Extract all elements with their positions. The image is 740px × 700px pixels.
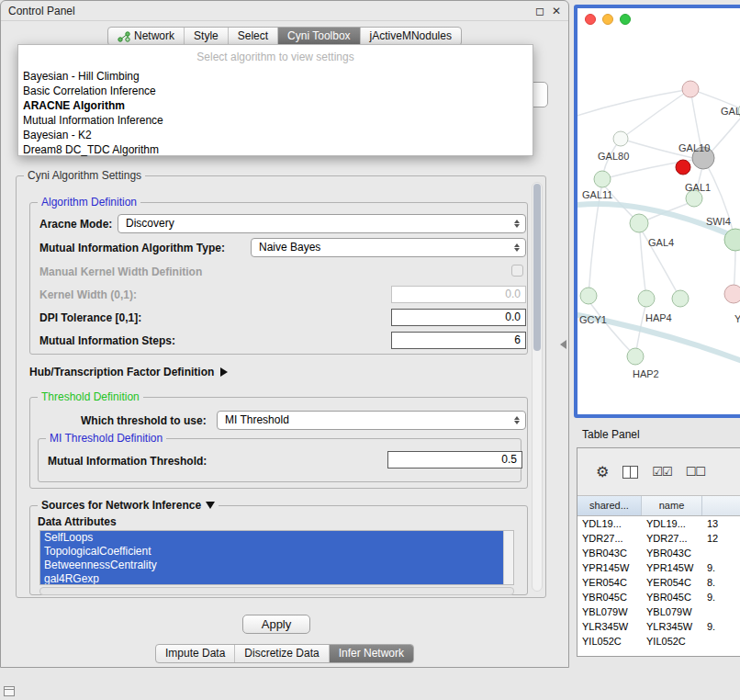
table-cell: YBR045C — [642, 590, 702, 604]
float-window-icon[interactable]: ◻ — [535, 1, 544, 21]
threshold-definition-group: Threshold Definition Which threshold to … — [29, 397, 528, 489]
expand-arrow-icon — [220, 367, 228, 377]
cyni-algorithm-settings-group: Cyni Algorithm Settings Algorithm Defini… — [16, 175, 546, 598]
mi-steps-field[interactable]: 6 — [391, 332, 526, 349]
combobox-value: Discovery — [126, 215, 510, 232]
mi-threshold-label: Mutual Information Threshold: — [48, 455, 207, 468]
node-label-partial: Y — [734, 313, 740, 324]
network-node-gal80[interactable] — [613, 131, 628, 146]
mi-type-combobox[interactable]: Naive Bayes — [251, 238, 526, 257]
dropdown-item[interactable]: Bayesian - Hill Climbing — [18, 69, 533, 84]
table-header: shared... name — [577, 496, 740, 516]
network-node[interactable] — [724, 285, 740, 303]
list-horizontal-scrollbar[interactable] — [39, 587, 514, 595]
dropdown-item[interactable]: Basic Correlation Inference — [18, 84, 533, 98]
control-panel-titlebar: Control Panel ◻ ✕ — [1, 1, 568, 21]
network-node-gal4[interactable] — [630, 214, 648, 232]
list-item[interactable]: gal4RGexp — [40, 572, 513, 585]
combobox-arrows-icon — [510, 220, 523, 228]
dropdown-item[interactable]: Bayesian - K2 — [18, 128, 533, 142]
collapsed-panel-icon[interactable] — [4, 686, 15, 696]
network-node-hap4[interactable] — [638, 290, 655, 307]
table-row[interactable]: YIL052C YIL052C — [577, 634, 740, 649]
dropdown-item-selected[interactable]: ARACNE Algorithm — [18, 98, 533, 113]
tab-select[interactable]: Select — [229, 28, 278, 45]
column-header-partial[interactable] — [702, 496, 740, 515]
hub-definition-toggle[interactable]: Hub/Transcription Factor Definition — [29, 366, 228, 378]
table-row[interactable]: YPR145W YPR145W 9. — [577, 560, 740, 575]
kernel-width-field[interactable]: 0.0 — [391, 286, 526, 303]
table-cell: YDR27... — [642, 531, 702, 546]
minimize-traffic-light-icon[interactable] — [602, 14, 613, 25]
sources-group: Sources for Network Inference Data Attri… — [29, 505, 528, 595]
column-header-shared-name[interactable]: shared... — [577, 496, 642, 515]
apply-button[interactable]: Apply — [242, 615, 310, 634]
network-node-red[interactable] — [676, 160, 690, 175]
tab-style[interactable]: Style — [185, 28, 229, 45]
table-panel-title: Table Panel — [582, 428, 640, 441]
table-row[interactable]: YBL079W YBL079W — [577, 604, 740, 619]
settings-scrollbar[interactable] — [532, 182, 543, 592]
table-cell: YBL079W — [577, 604, 642, 619]
tab-cyni-toolbox[interactable]: Cyni Toolbox — [278, 28, 360, 45]
list-item[interactable]: BetweennessCentrality — [40, 559, 513, 572]
network-canvas[interactable]: GAL GAL80 GAL10 GAL11 GAL1 SWI4 GAL4 GCY… — [577, 8, 740, 414]
close-traffic-light-icon[interactable] — [585, 14, 596, 25]
columns-icon[interactable] — [622, 466, 638, 479]
kernel-width-label: Kernel Width (0,1): — [39, 288, 137, 301]
hub-definition-label: Hub/Transcription Factor Definition — [29, 366, 214, 378]
close-icon[interactable]: ✕ — [552, 1, 561, 21]
combobox-arrows-icon — [510, 243, 523, 252]
aracne-mode-combobox[interactable]: Discovery — [118, 214, 526, 233]
scrollbar-thumb[interactable] — [533, 184, 541, 351]
column-header-name[interactable]: name — [642, 496, 702, 515]
tab-discretize-data[interactable]: Discretize Data — [235, 645, 329, 662]
table-cell: YLR345W — [642, 619, 702, 634]
data-attributes-list[interactable]: SelfLoops TopologicalCoefficient Between… — [39, 530, 514, 585]
sources-toggle[interactable]: Sources for Network Inference — [38, 499, 219, 512]
gear-icon[interactable]: ⚙ — [596, 465, 609, 480]
table-row[interactable]: YBR043C YBR043C — [577, 546, 740, 560]
table-row[interactable]: YDR27... YDR27... 12 — [577, 531, 740, 546]
table-row[interactable]: YDL19... YDL19... 13 — [577, 516, 740, 531]
list-vertical-scrollbar[interactable] — [503, 531, 513, 584]
manual-kernel-checkbox[interactable] — [511, 265, 523, 277]
list-item[interactable]: SelfLoops — [40, 531, 513, 545]
network-node-gcy1[interactable] — [580, 288, 597, 304]
group-title: Cyni Algorithm Settings — [24, 169, 145, 182]
table-toolbar: ⚙ ☑☑ ☐☐ — [577, 448, 740, 496]
dropdown-item[interactable]: Dream8 DC_TDC Algorithm — [18, 142, 533, 157]
dpi-tolerance-field[interactable]: 0.0 — [391, 309, 526, 326]
list-item[interactable]: TopologicalCoefficient — [40, 545, 513, 559]
node-label-gal80: GAL80 — [598, 151, 629, 162]
table-row[interactable]: YER054C YER054C 8. — [577, 575, 740, 590]
table-cell: 9. — [702, 590, 740, 604]
which-threshold-label: Which threshold to use: — [81, 414, 207, 427]
network-node-hap2[interactable] — [627, 348, 644, 365]
network-node[interactable] — [672, 290, 689, 307]
node-label-gal11: GAL11 — [582, 189, 612, 200]
tab-network[interactable]: Network — [108, 28, 185, 45]
tab-label: Select — [238, 28, 268, 45]
table-cell — [702, 634, 740, 649]
deselect-all-icon[interactable]: ☐☐ — [686, 466, 705, 478]
splitter-collapse-arrow-icon[interactable] — [560, 340, 566, 349]
table-cell: YLR345W — [577, 619, 642, 634]
algorithm-dropdown-popup: Select algorithm to view settings Bayesi… — [17, 44, 533, 156]
table-cell: YER054C — [577, 575, 642, 590]
tab-label: Infer Network — [339, 645, 404, 662]
tab-infer-network[interactable]: Infer Network — [330, 645, 413, 662]
table-row[interactable]: YLR345W YLR345W 9. — [577, 619, 740, 634]
network-node-gal11[interactable] — [594, 171, 611, 187]
table-row[interactable]: YBR045C YBR045C 9. — [577, 590, 740, 604]
control-panel-title: Control Panel — [8, 1, 75, 21]
tab-label: Network — [134, 28, 174, 45]
zoom-traffic-light-icon[interactable] — [620, 14, 631, 25]
tab-impute-data[interactable]: Impute Data — [156, 645, 235, 662]
mi-threshold-field[interactable]: 0.5 — [387, 451, 522, 469]
tab-jactivemnodules[interactable]: jActiveMNodules — [361, 28, 461, 45]
which-threshold-combobox[interactable]: MI Threshold — [217, 411, 526, 430]
network-node[interactable] — [682, 81, 699, 97]
select-all-icon[interactable]: ☑☑ — [652, 466, 671, 478]
dropdown-item[interactable]: Mutual Information Inference — [18, 113, 533, 128]
